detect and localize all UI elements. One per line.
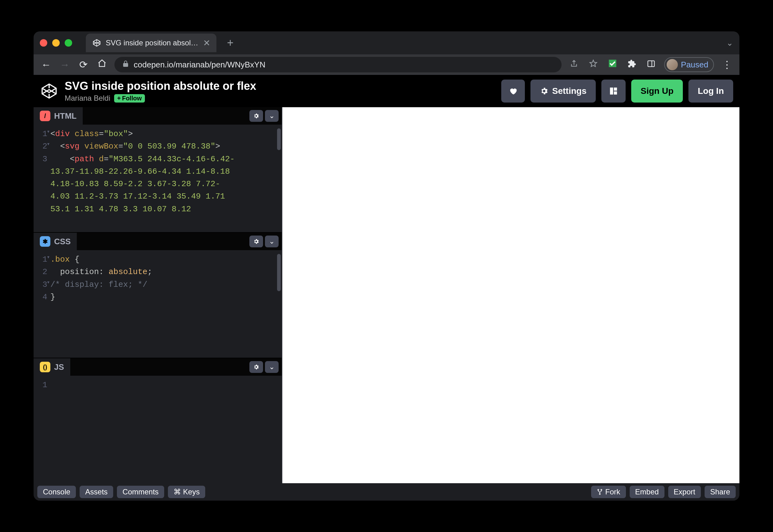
- tab-title: SVG inside position absolute o…: [106, 39, 199, 47]
- settings-button[interactable]: Settings: [531, 80, 596, 103]
- svg-rect-0: [648, 61, 654, 67]
- css-panel-header: ✱ CSS ⌄: [34, 233, 282, 250]
- console-button[interactable]: Console: [37, 486, 76, 498]
- svg-rect-3: [614, 91, 617, 94]
- js-gutter: 1: [34, 376, 50, 483]
- js-panel-tab[interactable]: () JS: [34, 358, 70, 376]
- codepen-header: SVG inside position absolute or flex Mar…: [34, 75, 739, 107]
- fork-button[interactable]: Fork: [591, 486, 626, 498]
- css-code[interactable]: .box { position: absolute; /* display: f…: [50, 250, 282, 358]
- svg-point-4: [598, 489, 599, 490]
- nav-right: Paused ⋮: [568, 57, 733, 72]
- keys-button[interactable]: ⌘ Keys: [168, 486, 205, 498]
- browser-window: SVG inside position absolute o… ✕ + ⌄ ← …: [34, 31, 739, 501]
- codepen-logo-icon[interactable]: [40, 82, 58, 100]
- paused-label: Paused: [681, 60, 708, 70]
- avatar: [667, 59, 678, 70]
- pen-title-block: SVG inside position absolute or flex Mar…: [65, 80, 256, 103]
- css-code-area[interactable]: 1234 .box { position: absolute; /* displ…: [34, 250, 282, 358]
- html-code-area[interactable]: 123 <div class="box"> <svg viewBox="0 0 …: [34, 125, 282, 232]
- js-code-area[interactable]: 1: [34, 376, 282, 483]
- new-tab-button[interactable]: +: [227, 36, 233, 49]
- svg-rect-1: [610, 88, 613, 95]
- svg-point-6: [599, 493, 600, 494]
- editors-column: / HTML ⌄ 123 <div class="box"> <sv: [34, 107, 282, 483]
- settings-label: Settings: [552, 86, 587, 96]
- lock-icon: [122, 60, 129, 70]
- css-chevron-down-icon[interactable]: ⌄: [265, 236, 278, 247]
- url-bar[interactable]: codepen.io/marianab/pen/WNyBxYN: [114, 57, 562, 72]
- css-panel-label: CSS: [54, 237, 71, 246]
- tab-close-icon[interactable]: ✕: [203, 38, 210, 48]
- js-code[interactable]: [50, 376, 282, 483]
- css-badge-icon: ✱: [40, 236, 50, 247]
- svg-point-5: [601, 489, 602, 490]
- window-maximize-button[interactable]: [65, 39, 72, 47]
- signup-button[interactable]: Sign Up: [631, 80, 683, 103]
- browser-tab[interactable]: SVG inside position absolute o… ✕: [86, 34, 216, 52]
- tab-bar: SVG inside position absolute o… ✕ + ⌄: [34, 31, 739, 54]
- reload-button[interactable]: ⟳: [77, 59, 90, 71]
- love-button[interactable]: [501, 80, 525, 103]
- css-panel-tab[interactable]: ✱ CSS: [34, 233, 77, 250]
- bookmark-icon[interactable]: [587, 59, 600, 71]
- url-text: codepen.io/marianab/pen/WNyBxYN: [134, 60, 265, 70]
- footer-bar: Console Assets Comments ⌘ Keys Fork Embe…: [34, 483, 739, 501]
- js-panel-header: () JS ⌄: [34, 358, 282, 376]
- panel-icon[interactable]: [645, 59, 657, 71]
- layout-button[interactable]: [601, 80, 626, 103]
- html-panel-tab[interactable]: / HTML: [34, 107, 83, 125]
- pen-title: SVG inside position absolute or flex: [65, 80, 256, 93]
- editor-area: / HTML ⌄ 123 <div class="box"> <sv: [34, 107, 739, 483]
- tabs-menu-icon[interactable]: ⌄: [726, 38, 733, 48]
- js-panel: () JS ⌄ 1: [34, 358, 282, 483]
- follow-button[interactable]: + Follow: [114, 94, 145, 103]
- login-button[interactable]: Log In: [688, 80, 733, 103]
- css-settings-icon[interactable]: [249, 236, 263, 247]
- js-panel-label: JS: [54, 362, 64, 372]
- css-panel: ✱ CSS ⌄ 1234 .box { position: absolute: [34, 232, 282, 358]
- shield-check-icon[interactable]: [606, 58, 619, 71]
- home-button[interactable]: [96, 59, 108, 71]
- window-minimize-button[interactable]: [52, 39, 60, 47]
- signup-label: Sign Up: [641, 86, 674, 96]
- share-button[interactable]: Share: [705, 486, 736, 498]
- export-button[interactable]: Export: [668, 486, 701, 498]
- js-settings-icon[interactable]: [249, 361, 263, 373]
- header-actions: Settings Sign Up Log In: [501, 80, 733, 103]
- forward-button[interactable]: →: [58, 59, 71, 71]
- back-button[interactable]: ←: [40, 59, 52, 71]
- comments-button[interactable]: Comments: [117, 486, 164, 498]
- traffic-lights: [40, 39, 72, 47]
- pen-author[interactable]: Mariana Beldi: [65, 94, 110, 103]
- extensions-icon[interactable]: [626, 59, 638, 71]
- html-badge-icon: /: [40, 111, 50, 121]
- codepen-favicon: [92, 38, 101, 48]
- html-panel-header: / HTML ⌄: [34, 107, 282, 125]
- html-gutter: 123: [34, 125, 50, 232]
- js-badge-icon: (): [40, 362, 50, 372]
- kebab-menu-icon[interactable]: ⋮: [721, 59, 733, 71]
- window-close-button[interactable]: [40, 39, 47, 47]
- profile-paused-chip[interactable]: Paused: [664, 57, 714, 72]
- js-chevron-down-icon[interactable]: ⌄: [265, 361, 278, 373]
- html-settings-icon[interactable]: [249, 110, 263, 122]
- html-chevron-down-icon[interactable]: ⌄: [265, 110, 278, 122]
- share-icon[interactable]: [568, 59, 580, 71]
- html-panel-label: HTML: [54, 111, 76, 121]
- embed-button[interactable]: Embed: [630, 486, 665, 498]
- login-label: Log In: [698, 86, 724, 96]
- html-code[interactable]: <div class="box"> <svg viewBox="0 0 503.…: [50, 125, 282, 232]
- assets-button[interactable]: Assets: [80, 486, 113, 498]
- nav-bar: ← → ⟳ codepen.io/marianab/pen/WNyBxYN: [34, 54, 739, 75]
- css-gutter: 1234: [34, 250, 50, 358]
- html-panel: / HTML ⌄ 123 <div class="box"> <sv: [34, 107, 282, 232]
- css-scrollbar[interactable]: [277, 254, 281, 291]
- preview-pane[interactable]: [282, 107, 739, 483]
- svg-rect-2: [614, 88, 617, 91]
- html-scrollbar[interactable]: [277, 128, 281, 150]
